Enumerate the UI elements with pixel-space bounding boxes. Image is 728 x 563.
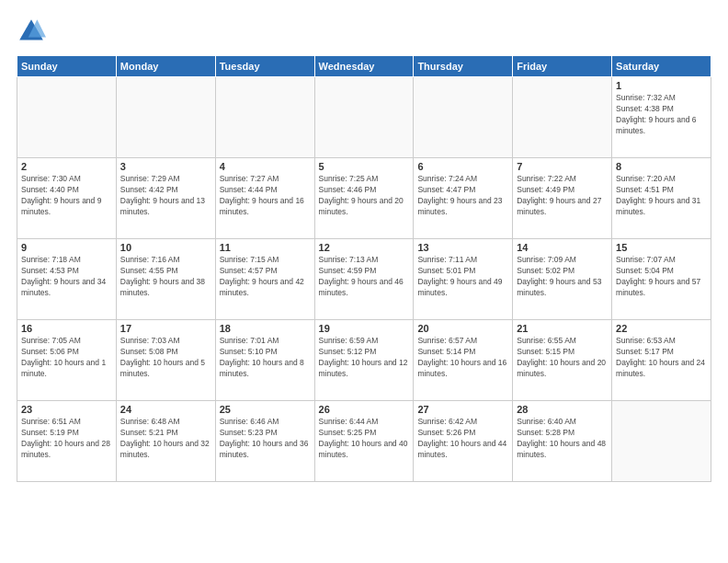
day-number: 4 <box>220 161 311 172</box>
calendar-cell: 28Sunrise: 6:40 AM Sunset: 5:28 PM Dayli… <box>513 401 612 482</box>
day-number: 25 <box>220 404 311 415</box>
calendar-week-4: 23Sunrise: 6:51 AM Sunset: 5:19 PM Dayli… <box>17 401 711 482</box>
calendar-cell: 8Sunrise: 7:20 AM Sunset: 4:51 PM Daylig… <box>612 158 711 239</box>
day-number: 8 <box>616 161 707 172</box>
day-number: 12 <box>319 242 410 253</box>
day-info: Sunrise: 7:29 AM Sunset: 4:42 PM Dayligh… <box>120 174 211 218</box>
day-info: Sunrise: 7:32 AM Sunset: 4:38 PM Dayligh… <box>616 93 707 137</box>
calendar-cell: 27Sunrise: 6:42 AM Sunset: 5:26 PM Dayli… <box>414 401 513 482</box>
day-number: 7 <box>517 161 608 172</box>
day-number: 26 <box>319 404 410 415</box>
calendar-cell: 14Sunrise: 7:09 AM Sunset: 5:02 PM Dayli… <box>513 239 612 320</box>
calendar-cell <box>314 77 414 158</box>
calendar-cell <box>17 77 117 158</box>
day-number: 1 <box>616 80 707 91</box>
day-info: Sunrise: 6:53 AM Sunset: 5:17 PM Dayligh… <box>616 336 707 380</box>
day-number: 2 <box>21 161 112 172</box>
calendar-cell: 6Sunrise: 7:24 AM Sunset: 4:47 PM Daylig… <box>414 158 513 239</box>
day-info: Sunrise: 7:25 AM Sunset: 4:46 PM Dayligh… <box>319 174 410 218</box>
calendar-week-0: 1Sunrise: 7:32 AM Sunset: 4:38 PM Daylig… <box>17 77 711 158</box>
day-number: 3 <box>120 161 211 172</box>
calendar-cell: 25Sunrise: 6:46 AM Sunset: 5:23 PM Dayli… <box>215 401 314 482</box>
calendar-cell <box>513 77 612 158</box>
calendar-cell <box>116 77 215 158</box>
header-day-thursday: Thursday <box>414 56 513 77</box>
calendar-cell: 20Sunrise: 6:57 AM Sunset: 5:14 PM Dayli… <box>414 320 513 401</box>
calendar-cell: 9Sunrise: 7:18 AM Sunset: 4:53 PM Daylig… <box>17 239 117 320</box>
page: SundayMondayTuesdayWednesdayThursdayFrid… <box>0 0 728 563</box>
logo <box>17 17 50 46</box>
calendar-cell: 18Sunrise: 7:01 AM Sunset: 5:10 PM Dayli… <box>215 320 314 401</box>
day-number: 21 <box>517 323 608 334</box>
day-number: 10 <box>120 242 211 253</box>
day-info: Sunrise: 7:20 AM Sunset: 4:51 PM Dayligh… <box>616 174 707 218</box>
header-day-saturday: Saturday <box>612 56 711 77</box>
calendar-cell: 10Sunrise: 7:16 AM Sunset: 4:55 PM Dayli… <box>116 239 215 320</box>
day-number: 23 <box>21 404 112 415</box>
day-info: Sunrise: 7:27 AM Sunset: 4:44 PM Dayligh… <box>220 174 311 218</box>
day-info: Sunrise: 7:07 AM Sunset: 5:04 PM Dayligh… <box>616 255 707 299</box>
header-day-monday: Monday <box>116 56 215 77</box>
day-number: 9 <box>21 242 112 253</box>
day-number: 27 <box>417 404 508 415</box>
calendar-cell <box>612 401 711 482</box>
calendar-cell: 17Sunrise: 7:03 AM Sunset: 5:08 PM Dayli… <box>116 320 215 401</box>
day-info: Sunrise: 6:42 AM Sunset: 5:26 PM Dayligh… <box>417 417 508 461</box>
calendar-cell: 7Sunrise: 7:22 AM Sunset: 4:49 PM Daylig… <box>513 158 612 239</box>
calendar-cell: 23Sunrise: 6:51 AM Sunset: 5:19 PM Dayli… <box>17 401 117 482</box>
calendar-cell <box>215 77 314 158</box>
day-number: 28 <box>517 404 608 415</box>
calendar-cell: 5Sunrise: 7:25 AM Sunset: 4:46 PM Daylig… <box>314 158 414 239</box>
day-number: 22 <box>616 323 707 334</box>
day-info: Sunrise: 7:11 AM Sunset: 5:01 PM Dayligh… <box>417 255 508 299</box>
header-day-wednesday: Wednesday <box>314 56 414 77</box>
day-number: 24 <box>120 404 211 415</box>
day-number: 17 <box>120 323 211 334</box>
calendar-cell: 15Sunrise: 7:07 AM Sunset: 5:04 PM Dayli… <box>612 239 711 320</box>
day-info: Sunrise: 7:22 AM Sunset: 4:49 PM Dayligh… <box>517 174 608 218</box>
day-info: Sunrise: 7:24 AM Sunset: 4:47 PM Dayligh… <box>417 174 508 218</box>
calendar-cell <box>414 77 513 158</box>
calendar-cell: 2Sunrise: 7:30 AM Sunset: 4:40 PM Daylig… <box>17 158 117 239</box>
day-info: Sunrise: 6:51 AM Sunset: 5:19 PM Dayligh… <box>21 417 112 461</box>
calendar-week-2: 9Sunrise: 7:18 AM Sunset: 4:53 PM Daylig… <box>17 239 711 320</box>
day-number: 14 <box>517 242 608 253</box>
day-info: Sunrise: 7:30 AM Sunset: 4:40 PM Dayligh… <box>21 174 112 218</box>
calendar-cell: 19Sunrise: 6:59 AM Sunset: 5:12 PM Dayli… <box>314 320 414 401</box>
day-info: Sunrise: 6:59 AM Sunset: 5:12 PM Dayligh… <box>319 336 410 380</box>
calendar-cell: 11Sunrise: 7:15 AM Sunset: 4:57 PM Dayli… <box>215 239 314 320</box>
calendar-header-row: SundayMondayTuesdayWednesdayThursdayFrid… <box>17 56 711 77</box>
calendar-cell: 21Sunrise: 6:55 AM Sunset: 5:15 PM Dayli… <box>513 320 612 401</box>
calendar-cell: 4Sunrise: 7:27 AM Sunset: 4:44 PM Daylig… <box>215 158 314 239</box>
day-number: 11 <box>220 242 311 253</box>
day-number: 18 <box>220 323 311 334</box>
calendar-cell: 13Sunrise: 7:11 AM Sunset: 5:01 PM Dayli… <box>414 239 513 320</box>
calendar-cell: 1Sunrise: 7:32 AM Sunset: 4:38 PM Daylig… <box>612 77 711 158</box>
header-day-friday: Friday <box>513 56 612 77</box>
calendar-week-3: 16Sunrise: 7:05 AM Sunset: 5:06 PM Dayli… <box>17 320 711 401</box>
day-info: Sunrise: 6:55 AM Sunset: 5:15 PM Dayligh… <box>517 336 608 380</box>
day-info: Sunrise: 7:03 AM Sunset: 5:08 PM Dayligh… <box>120 336 211 380</box>
calendar-week-1: 2Sunrise: 7:30 AM Sunset: 4:40 PM Daylig… <box>17 158 711 239</box>
day-info: Sunrise: 7:15 AM Sunset: 4:57 PM Dayligh… <box>220 255 311 299</box>
day-info: Sunrise: 6:57 AM Sunset: 5:14 PM Dayligh… <box>417 336 508 380</box>
day-info: Sunrise: 7:16 AM Sunset: 4:55 PM Dayligh… <box>120 255 211 299</box>
calendar-table: SundayMondayTuesdayWednesdayThursdayFrid… <box>17 55 711 482</box>
day-number: 6 <box>417 161 508 172</box>
day-number: 16 <box>21 323 112 334</box>
day-info: Sunrise: 7:01 AM Sunset: 5:10 PM Dayligh… <box>220 336 311 380</box>
day-number: 13 <box>417 242 508 253</box>
day-info: Sunrise: 7:05 AM Sunset: 5:06 PM Dayligh… <box>21 336 112 380</box>
header-day-tuesday: Tuesday <box>215 56 314 77</box>
day-info: Sunrise: 7:09 AM Sunset: 5:02 PM Dayligh… <box>517 255 608 299</box>
day-info: Sunrise: 6:40 AM Sunset: 5:28 PM Dayligh… <box>517 417 608 461</box>
header <box>17 17 711 46</box>
day-number: 15 <box>616 242 707 253</box>
day-info: Sunrise: 7:13 AM Sunset: 4:59 PM Dayligh… <box>319 255 410 299</box>
calendar-cell: 16Sunrise: 7:05 AM Sunset: 5:06 PM Dayli… <box>17 320 117 401</box>
calendar-cell: 24Sunrise: 6:48 AM Sunset: 5:21 PM Dayli… <box>116 401 215 482</box>
day-info: Sunrise: 6:48 AM Sunset: 5:21 PM Dayligh… <box>120 417 211 461</box>
day-number: 20 <box>417 323 508 334</box>
day-info: Sunrise: 7:18 AM Sunset: 4:53 PM Dayligh… <box>21 255 112 299</box>
day-number: 5 <box>319 161 410 172</box>
